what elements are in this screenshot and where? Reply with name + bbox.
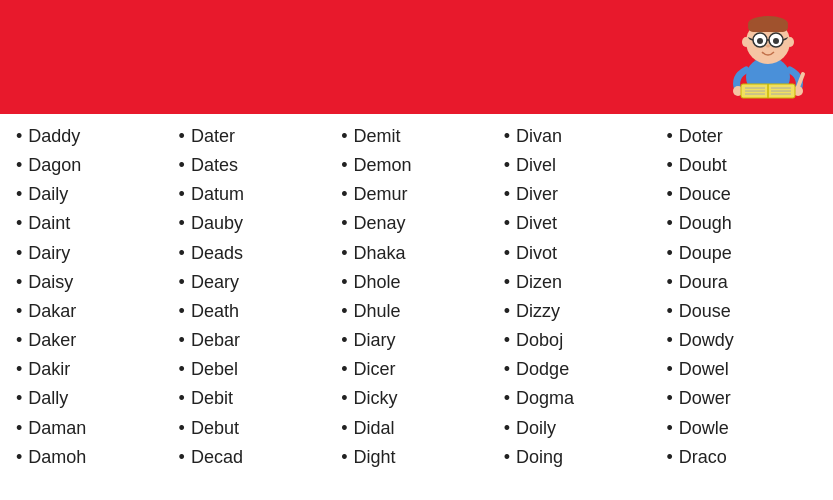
list-item: •Daint xyxy=(16,209,167,238)
list-item: •Dicky xyxy=(341,384,492,413)
svg-point-6 xyxy=(757,38,763,44)
list-item: •Debar xyxy=(179,326,330,355)
word-label: Damoh xyxy=(28,443,86,472)
list-item: •Dodge xyxy=(504,355,655,384)
word-label: Debel xyxy=(191,355,238,384)
bullet-icon: • xyxy=(341,384,347,413)
bullet-icon: • xyxy=(16,180,22,209)
list-item: •Divel xyxy=(504,151,655,180)
word-label: Debut xyxy=(191,414,239,443)
word-label: Draco xyxy=(679,443,727,472)
list-item: •Dater xyxy=(179,122,330,151)
bullet-icon: • xyxy=(179,209,185,238)
word-label: Divan xyxy=(516,122,562,151)
bullet-icon: • xyxy=(504,414,510,443)
word-label: Dicky xyxy=(354,384,398,413)
word-label: Daily xyxy=(28,180,68,209)
bullet-icon: • xyxy=(341,151,347,180)
bullet-icon: • xyxy=(16,268,22,297)
list-item: •Divot xyxy=(504,239,655,268)
bullet-icon: • xyxy=(341,297,347,326)
column-2: •Dater•Dates•Datum•Dauby•Deads•Deary•Dea… xyxy=(173,122,336,500)
bullet-icon: • xyxy=(666,180,672,209)
list-item: •Diver xyxy=(504,180,655,209)
svg-point-11 xyxy=(766,45,770,48)
column-3: •Demit•Demon•Demur•Denay•Dhaka•Dhole•Dhu… xyxy=(335,122,498,500)
word-label: Douse xyxy=(679,297,731,326)
bullet-icon: • xyxy=(504,297,510,326)
bullet-icon: • xyxy=(16,414,22,443)
word-label: Dhole xyxy=(354,268,401,297)
svg-point-13 xyxy=(786,37,794,47)
bullet-icon: • xyxy=(504,122,510,151)
content-area: •Daddy•Dagon•Daily•Daint•Dairy•Daisy•Dak… xyxy=(0,114,833,500)
list-item: •Doboj xyxy=(504,326,655,355)
bullet-icon: • xyxy=(16,384,22,413)
bullet-icon: • xyxy=(179,443,185,472)
word-label: Daisy xyxy=(28,268,73,297)
list-item: •Dough xyxy=(666,209,817,238)
word-label: Debit xyxy=(191,384,233,413)
list-item: •Demon xyxy=(341,151,492,180)
word-label: Doter xyxy=(679,122,723,151)
bullet-icon: • xyxy=(341,414,347,443)
word-label: Douce xyxy=(679,180,731,209)
bullet-icon: • xyxy=(666,297,672,326)
list-item: •Didal xyxy=(341,414,492,443)
bullet-icon: • xyxy=(504,268,510,297)
word-label: Dicer xyxy=(354,355,396,384)
list-item: •Denay xyxy=(341,209,492,238)
list-item: •Dowdy xyxy=(666,326,817,355)
column-4: •Divan•Divel•Diver•Divet•Divot•Dizen•Diz… xyxy=(498,122,661,500)
bullet-icon: • xyxy=(179,384,185,413)
mascot xyxy=(723,12,813,102)
word-label: Dairy xyxy=(28,239,70,268)
bullet-icon: • xyxy=(179,268,185,297)
word-label: Datum xyxy=(191,180,244,209)
list-item: •Dicer xyxy=(341,355,492,384)
bullet-icon: • xyxy=(341,268,347,297)
word-label: Divet xyxy=(516,209,557,238)
list-item: •Daily xyxy=(16,180,167,209)
bullet-icon: • xyxy=(16,122,22,151)
word-label: Divot xyxy=(516,239,557,268)
list-item: •Doubt xyxy=(666,151,817,180)
bullet-icon: • xyxy=(666,239,672,268)
word-label: Dower xyxy=(679,384,731,413)
list-item: •Douce xyxy=(666,180,817,209)
word-label: Dakir xyxy=(28,355,70,384)
word-label: Daddy xyxy=(28,122,80,151)
word-label: Diver xyxy=(516,180,558,209)
word-label: Dizen xyxy=(516,268,562,297)
word-label: Doboj xyxy=(516,326,563,355)
bullet-icon: • xyxy=(16,326,22,355)
list-item: •Dizzy xyxy=(504,297,655,326)
bullet-icon: • xyxy=(16,443,22,472)
word-label: Doing xyxy=(516,443,563,472)
word-label: Deads xyxy=(191,239,243,268)
list-item: •Dowel xyxy=(666,355,817,384)
word-label: Dodge xyxy=(516,355,569,384)
word-label: Dates xyxy=(191,151,238,180)
word-label: Dizzy xyxy=(516,297,560,326)
word-label: Debar xyxy=(191,326,240,355)
word-label: Denay xyxy=(354,209,406,238)
word-label: Daman xyxy=(28,414,86,443)
list-item: •Dagon xyxy=(16,151,167,180)
word-label: Deary xyxy=(191,268,239,297)
list-item: •Divan xyxy=(504,122,655,151)
list-item: •Dally xyxy=(16,384,167,413)
bullet-icon: • xyxy=(504,209,510,238)
bullet-icon: • xyxy=(16,151,22,180)
list-item: •Decad xyxy=(179,443,330,472)
word-label: Dhaka xyxy=(354,239,406,268)
list-item: •Douse xyxy=(666,297,817,326)
bullet-icon: • xyxy=(341,443,347,472)
word-label: Dight xyxy=(354,443,396,472)
list-item: •Draco xyxy=(666,443,817,472)
word-label: Dater xyxy=(191,122,235,151)
list-item: •Death xyxy=(179,297,330,326)
bullet-icon: • xyxy=(666,326,672,355)
bullet-icon: • xyxy=(16,297,22,326)
bullet-icon: • xyxy=(504,355,510,384)
